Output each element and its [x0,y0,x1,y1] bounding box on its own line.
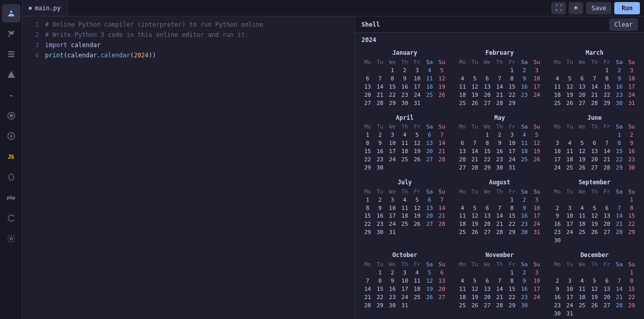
cal-day [576,269,588,277]
cal-day: 28 [613,228,626,237]
cal-day: 6 [423,131,436,139]
cal-month-name: July [361,178,448,187]
cal-day [576,237,588,245]
cal-day: 19 [576,156,588,164]
cal-day: 28 [600,164,613,172]
cal-day: 15 [361,212,374,220]
clear-button[interactable]: Clear [609,18,638,31]
cal-day: 30 [518,302,530,310]
cal-day: 27 [436,293,448,302]
cal-day: 13 [423,204,436,212]
cal-day: 28 [469,164,481,172]
cal-day: 15 [506,285,518,293]
theme-button[interactable]: ☀ [569,2,583,14]
sidebar-icon-swift[interactable] [2,209,20,227]
cal-day: 30 [626,164,638,172]
cal-day: 1 [506,196,518,204]
cal-month-name: November [456,251,543,260]
cal-day: 7 [613,277,626,285]
expand-button[interactable]: ⛶ [551,2,566,14]
save-button[interactable]: Save [586,2,611,14]
cal-day: 21 [361,293,374,302]
sidebar-icon-git[interactable] [2,25,20,43]
cal-day [551,269,564,277]
cal-day: 14 [493,83,506,91]
cal-day: 22 [506,293,518,302]
cal-day: 31 [564,310,576,318]
cal-day: 1 [626,269,638,277]
cal-day: 29 [374,302,386,310]
code-line-3: 3 import calendar [23,40,355,50]
cal-day: 3 [399,269,411,277]
cal-day [436,99,448,108]
cal-day: 1 [506,67,518,75]
cal-day: 14 [374,83,386,91]
sidebar-icon-debug[interactable] [2,168,20,186]
cal-day: 13 [456,147,468,156]
cal-day: 9 [374,139,386,147]
cal-day: 18 [564,156,576,164]
cal-day: 3 [530,67,543,75]
line-num-1: 1 [27,21,39,28]
cal-day: 11 [456,83,468,91]
cal-day: 25 [551,99,564,108]
cal-day: 23 [518,91,530,99]
cal-day: 20 [456,156,468,164]
cal-table: MoTuWeThFrSaSu12345678910111213141516171… [551,261,638,318]
cal-day: 7 [600,139,613,147]
cal-day: 14 [600,147,613,156]
cal-day: 25 [456,228,468,237]
cal-day: 3 [530,269,543,277]
cal-day: 26 [436,91,448,99]
file-tab-main-py[interactable]: main.py [23,0,68,16]
sidebar-icon-home[interactable] [2,4,20,23]
editor-panel[interactable]: 1 # Online Python compiler (interpreter)… [23,16,355,319]
sidebar-icon-js[interactable]: JS [2,147,20,166]
cal-day: 16 [626,147,638,156]
cal-day: 24 [530,220,543,228]
sidebar-icon-circle[interactable] [2,107,20,125]
cal-day [436,302,448,310]
cal-day: 12 [564,83,576,91]
cal-day: 18 [399,147,411,156]
cal-day: 25 [456,99,468,108]
cal-day: 2 [386,269,398,277]
cal-day: 24 [530,293,543,302]
cal-day: 1 [613,131,626,139]
cal-day: 30 [613,99,626,108]
cal-day: 5 [530,131,543,139]
sidebar-icon-circle2[interactable] [2,127,20,145]
cal-day: 16 [399,83,411,91]
sidebar-icon-php[interactable]: php [2,188,20,207]
sidebar-icon-files[interactable] [2,45,20,63]
cal-day [481,196,493,204]
cal-day: 1 [386,67,398,75]
sidebar-icon-css[interactable] [2,66,20,84]
cal-day: 6 [423,196,436,204]
cal-day: 21 [469,156,481,164]
sidebar-icon-settings[interactable] [2,229,20,248]
cal-day: 7 [436,196,448,204]
cal-day: 12 [530,139,543,147]
cal-day: 21 [493,220,506,228]
cal-day: 25 [456,302,468,310]
cal-day: 9 [626,139,638,147]
cal-month-september: SeptemberMoTuWeThFrSaSu12345678910111213… [551,178,638,245]
cal-day: 4 [564,139,576,147]
cal-day [564,269,576,277]
cal-day: 30 [551,237,564,245]
cal-day: 14 [613,285,626,293]
cal-day: 17 [564,293,576,302]
run-button[interactable]: Run [614,2,640,14]
cal-day: 22 [386,91,398,99]
shell-output[interactable]: 2024 JanuaryMoTuWeThFrSaSu12345678910111… [355,33,644,319]
cal-day: 6 [588,139,600,147]
cal-day: 9 [518,277,530,285]
cal-day: 28 [361,302,374,310]
cal-day: 23 [518,293,530,302]
cal-day: 5 [423,269,436,277]
cal-day: 11 [518,139,530,147]
cal-day: 19 [423,285,436,293]
cal-day: 16 [551,220,564,228]
sidebar-icon-download[interactable] [2,86,20,104]
